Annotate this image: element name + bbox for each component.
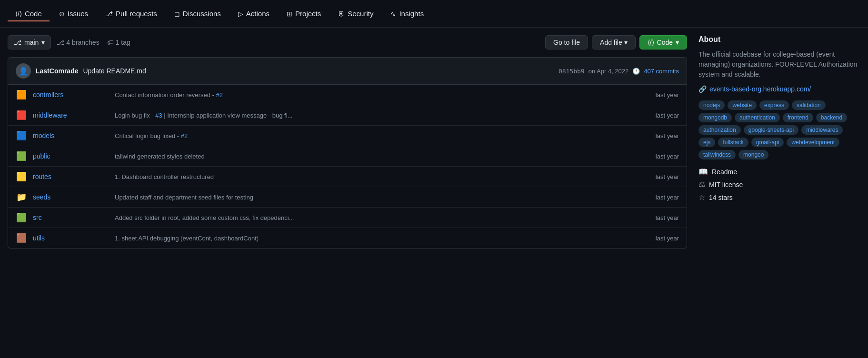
topic-tag[interactable]: middlewares — [801, 125, 843, 135]
nav-insights[interactable]: ∿ Insights — [383, 6, 431, 21]
topic-tag[interactable]: webdevelopment — [787, 138, 839, 147]
file-commit-message: tailwind generated styles deleted — [115, 153, 635, 160]
file-name[interactable]: public — [33, 152, 109, 160]
file-name[interactable]: middleware — [33, 111, 109, 119]
repo-link-anchor[interactable]: events-based-org.herokuapp.com/ — [709, 85, 811, 93]
branch-selector[interactable]: ⎇ main ▾ — [8, 35, 51, 50]
code-button[interactable]: ⟨/⟩ Code ▾ — [639, 35, 687, 50]
code-icon: ⟨/⟩ — [15, 10, 22, 18]
file-time: last year — [641, 194, 679, 201]
stars-link[interactable]: ☆ 14 stars — [698, 193, 860, 202]
chevron-down-icon: ▾ — [676, 39, 679, 46]
commit-issue-link[interactable]: #2 — [181, 132, 188, 139]
chevron-down-icon: ▾ — [41, 39, 45, 46]
nav-code[interactable]: ⟨/⟩ Code — [8, 6, 50, 21]
file-commit-message: Contact information order reversed - #2 — [115, 91, 635, 99]
tag-icon: 🏷 — [107, 39, 114, 46]
issues-icon: ⊙ — [59, 10, 65, 18]
file-name[interactable]: models — [33, 132, 109, 139]
about-description: The official codebase for college-based … — [698, 50, 860, 80]
nav-issues[interactable]: ⊙ Issues — [51, 6, 96, 21]
topic-tag[interactable]: nodejs — [698, 100, 725, 110]
repo-link[interactable]: 🔗 events-based-org.herokuapp.com/ — [698, 85, 860, 93]
readme-icon: 📖 — [698, 167, 708, 176]
topic-tag[interactable]: gmail-api — [751, 138, 784, 147]
file-name[interactable]: utils — [33, 234, 109, 242]
link-icon: 🔗 — [698, 85, 707, 93]
nav-projects[interactable]: ⊞ Projects — [279, 6, 329, 21]
topic-tag[interactable]: tailwindcss — [698, 150, 736, 159]
table-row[interactable]: 🟨routes1. Dashboard controller restructu… — [8, 167, 687, 187]
file-time: last year — [641, 132, 679, 139]
discussions-icon: ◻ — [174, 10, 180, 18]
file-folder-icon: 🟧 — [16, 90, 27, 100]
nav-security[interactable]: ⛨ Security — [330, 6, 381, 21]
table-row[interactable]: 🟦modelsCritical login bug fixed - #2last… — [8, 126, 687, 146]
commit-issue-link[interactable]: #2 — [216, 91, 222, 99]
latest-commit-row: 👤 LastComrade Update README.md 0815bb9 o… — [8, 57, 687, 85]
table-row[interactable]: 📁seedsUpdated staff and department seed … — [8, 187, 687, 208]
topic-tag[interactable]: fullstack — [718, 138, 748, 147]
sidebar: About The official codebase for college-… — [698, 35, 860, 249]
nav-actions[interactable]: ▷ Actions — [230, 6, 277, 21]
table-row[interactable]: 🟫utils1. sheet API debugging (eventCont,… — [8, 228, 687, 248]
topic-tag[interactable]: ejs — [698, 138, 715, 147]
file-folder-icon: 🟩 — [16, 212, 27, 223]
file-folder-icon: 📁 — [16, 192, 27, 202]
table-row[interactable]: 🟩publictailwind generated styles deleted… — [8, 146, 687, 167]
commits-count-link[interactable]: 407 commits — [644, 68, 679, 75]
commit-issue-link[interactable]: #3 — [155, 112, 162, 119]
commit-author[interactable]: LastComrade — [36, 67, 78, 75]
top-nav: ⟨/⟩ Code ⊙ Issues ⎇ Pull requests ◻ Disc… — [0, 0, 868, 28]
file-time: last year — [641, 214, 679, 221]
file-folder-icon: 🟩 — [16, 151, 27, 161]
branches-meta[interactable]: ⎇ 4 branches — [57, 39, 99, 46]
commit-hash[interactable]: 0815bb9 — [559, 68, 585, 75]
file-name[interactable]: routes — [33, 173, 109, 180]
file-table: 🟧controllersContact information order re… — [8, 85, 687, 249]
file-name[interactable]: src — [33, 214, 109, 221]
file-commit-message: 1. Dashboard controller restructured — [115, 173, 635, 180]
file-folder-icon: 🟦 — [16, 130, 27, 141]
add-file-button[interactable]: Add file ▾ — [592, 35, 636, 50]
topic-tag[interactable]: google-sheets-api — [744, 125, 798, 135]
author-avatar: 👤 — [16, 63, 31, 79]
file-name[interactable]: seeds — [33, 193, 109, 201]
code-btn-icon: ⟨/⟩ — [648, 39, 654, 46]
nav-discussions[interactable]: ◻ Discussions — [167, 6, 229, 21]
file-commit-message: Login bug fix - #3 | Internship applicat… — [115, 112, 635, 119]
branch-icon: ⎇ — [14, 39, 21, 46]
tags-container: nodejswebsiteexpressvalidationmongodbaut… — [698, 100, 860, 159]
table-row[interactable]: 🟧controllersContact information order re… — [8, 85, 687, 105]
license-link[interactable]: ⚖ MIT license — [698, 180, 860, 189]
readme-link[interactable]: 📖 Readme — [698, 167, 860, 176]
security-icon: ⛨ — [338, 10, 345, 18]
topic-tag[interactable]: website — [728, 100, 757, 110]
topic-tag[interactable]: authentication — [735, 113, 780, 122]
file-time: last year — [641, 153, 679, 160]
table-row[interactable]: 🟩srcAdded src folder in root, added some… — [8, 208, 687, 228]
repo-meta: ⎇ 4 branches 🏷 1 tag — [57, 39, 539, 46]
goto-file-button[interactable]: Go to file — [545, 35, 588, 50]
branch-count-icon: ⎇ — [57, 39, 64, 46]
actions-icon: ▷ — [238, 10, 243, 18]
topic-tag[interactable]: authorization — [698, 125, 741, 135]
topic-tag[interactable]: frontend — [783, 113, 813, 122]
main-layout: ⎇ main ▾ ⎇ 4 branches 🏷 1 tag Go to file… — [0, 28, 868, 256]
tags-meta[interactable]: 🏷 1 tag — [107, 39, 130, 46]
repo-content: ⎇ main ▾ ⎇ 4 branches 🏷 1 tag Go to file… — [8, 35, 687, 249]
topic-tag[interactable]: validation — [792, 100, 826, 110]
topic-tag[interactable]: backend — [816, 113, 847, 122]
commit-message: Update README.md — [83, 67, 553, 75]
table-row[interactable]: 🟥middlewareLogin bug fix - #3 | Internsh… — [8, 105, 687, 126]
topic-tag[interactable]: mongodb — [698, 113, 732, 122]
file-commit-message: Critical login bug fixed - #2 — [115, 132, 635, 139]
file-name[interactable]: controllers — [33, 91, 109, 99]
file-folder-icon: 🟫 — [16, 233, 27, 243]
topic-tag[interactable]: express — [759, 100, 789, 110]
file-commit-message: 1. sheet API debugging (eventCont, dashb… — [115, 235, 635, 242]
topic-tag[interactable]: mongoo — [738, 150, 768, 159]
chevron-down-icon: ▾ — [624, 39, 628, 46]
file-time: last year — [641, 91, 679, 99]
nav-pull-requests[interactable]: ⎇ Pull requests — [98, 6, 165, 21]
